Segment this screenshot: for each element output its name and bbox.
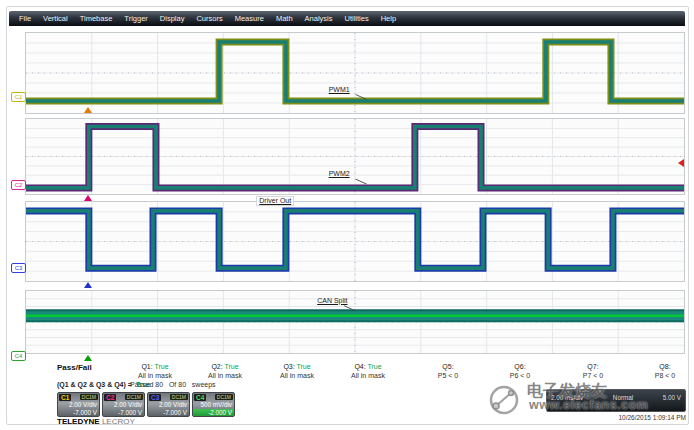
- trigger-level: 5.00 V: [663, 394, 681, 401]
- coupling-badge: DC1M: [170, 394, 188, 400]
- menu-timebase[interactable]: Timebase: [75, 14, 118, 23]
- volts-per-div: 500 mV/div: [193, 401, 234, 409]
- waveform-panel-pwm2[interactable]: PWM2: [25, 118, 685, 195]
- passfail-summary-label: (Q1 & Q2 & Q3 & Q4) =: [57, 381, 132, 388]
- channel-id-label: C2: [104, 394, 116, 401]
- trace-label-can_split: CAN Split: [317, 297, 347, 305]
- channel-indicator-c3[interactable]: C3: [11, 263, 26, 273]
- waveform-panel-pwm1[interactable]: PWM1: [25, 32, 685, 114]
- passfail-title: Pass/Fail: [57, 363, 92, 372]
- q-name: Q2:: [211, 363, 222, 370]
- q-desc: All in mask: [189, 372, 261, 381]
- oscilloscope-screen: FileVerticalTimebaseTriggerDisplayCursor…: [0, 0, 694, 430]
- channel-id-label: C3: [149, 394, 161, 401]
- coupling-badge: DC1M: [215, 394, 233, 400]
- brand-bold: TELEDYNE: [57, 417, 100, 426]
- menu-display[interactable]: Display: [155, 14, 190, 23]
- channel-box-c4[interactable]: C4DC1M500 mV/div-2.000 V: [192, 392, 235, 417]
- trigger-time-marker-1[interactable]: [84, 107, 92, 113]
- trigger-mode: Normal: [613, 394, 633, 401]
- channel-indicator-c4[interactable]: C4: [11, 351, 26, 361]
- passfail-sweeps: Passed 80 Of 80 sweeps: [130, 381, 216, 388]
- brand-light: LECROY: [100, 417, 135, 426]
- waveform-panel-driver_out[interactable]: Driver Out: [25, 201, 685, 282]
- passfail-q5[interactable]: Q5:P5 < 0: [412, 363, 484, 380]
- channel-id-label: C1: [59, 394, 71, 401]
- coupling-badge: DC1M: [80, 394, 98, 400]
- q-name: Q1:: [141, 363, 152, 370]
- q-desc: All in mask: [332, 372, 404, 381]
- trace-label-pwm2: PWM2: [329, 170, 350, 178]
- channel-offset: -2.000 V: [193, 409, 234, 417]
- q-name: Q7:: [587, 363, 598, 370]
- q-name: Q8:: [659, 363, 670, 370]
- passfail-q3[interactable]: Q3: TrueAll in mask: [261, 363, 333, 380]
- trigger-time-marker-2[interactable]: [84, 195, 92, 201]
- waveform-panel-can_split[interactable]: CAN Split: [25, 290, 685, 354]
- volts-per-div: 2.00 V/div: [103, 401, 144, 409]
- q-value: True: [295, 363, 311, 370]
- menu-trigger[interactable]: Trigger: [119, 14, 152, 23]
- menu-bar: FileVerticalTimebaseTriggerDisplayCursor…: [9, 11, 685, 26]
- q-desc: P7 < 0: [557, 372, 629, 381]
- trace-label-driver_out: Driver Out: [256, 196, 294, 206]
- brand-logo: TELEDYNE LECROY: [57, 417, 135, 426]
- q-name: Q5:: [442, 363, 453, 370]
- channel-box-c3[interactable]: C3DC1M2.00 V/div-7.000 V: [147, 392, 190, 417]
- passfail-q2[interactable]: Q2: TrueAll in mask: [189, 363, 261, 380]
- trace-label-pwm1: PWM1: [329, 86, 350, 94]
- q-desc: P6 < 0: [484, 372, 556, 381]
- q-desc: P8 < 0: [629, 372, 694, 381]
- q-name: Q4:: [354, 363, 365, 370]
- menu-utilities[interactable]: Utilities: [340, 14, 374, 23]
- q-name: Q3:: [283, 363, 294, 370]
- trigger-time-marker-3[interactable]: [84, 282, 92, 288]
- channel-box-c2[interactable]: C2DC1M2.00 V/div-7.000 V: [102, 392, 145, 417]
- timebase-tdiv: 2.00 ms/div: [551, 394, 583, 401]
- menu-analysis[interactable]: Analysis: [300, 14, 338, 23]
- timebase-box[interactable]: 2.00 ms/div Normal 5.00 V: [546, 389, 686, 412]
- passfail-q7[interactable]: Q7:P7 < 0: [557, 363, 629, 380]
- passfail-q1[interactable]: Q1: TrueAll in mask: [119, 363, 191, 380]
- menu-help[interactable]: Help: [376, 14, 401, 23]
- timestamp: 10/26/2015 1:09:14 PM: [618, 414, 686, 421]
- channel-indicator-c2[interactable]: C2: [11, 180, 26, 190]
- q-desc: All in mask: [261, 372, 333, 381]
- menu-file[interactable]: File: [14, 14, 36, 23]
- q-value: True: [366, 363, 382, 370]
- q-name: Q6:: [514, 363, 525, 370]
- trigger-time-marker-4[interactable]: [84, 355, 92, 361]
- volts-per-div: 2.00 V/div: [58, 401, 99, 409]
- menu-measure[interactable]: Measure: [230, 14, 269, 23]
- menu-vertical[interactable]: Vertical: [38, 14, 73, 23]
- passfail-q8[interactable]: Q8:P8 < 0: [629, 363, 694, 380]
- volts-per-div: 2.00 V/div: [148, 401, 189, 409]
- channel-indicator-c1[interactable]: C1: [11, 92, 26, 102]
- coupling-badge: DC1M: [125, 394, 143, 400]
- passfail-q4[interactable]: Q4: TrueAll in mask: [332, 363, 404, 380]
- menu-cursors[interactable]: Cursors: [191, 14, 227, 23]
- channel-offset: -7.000 V: [148, 409, 189, 417]
- q-value: True: [153, 363, 169, 370]
- passfail-q6[interactable]: Q6:P6 < 0: [484, 363, 556, 380]
- q-desc: P5 < 0: [412, 372, 484, 381]
- q-desc: All in mask: [119, 372, 191, 381]
- channel-box-c1[interactable]: C1DC1M2.00 V/div-7.000 V: [57, 392, 100, 417]
- channel-offset: -7.000 V: [58, 409, 99, 417]
- channel-id-label: C4: [194, 394, 206, 401]
- channel-offset: -7.000 V: [103, 409, 144, 417]
- trigger-level-marker[interactable]: [678, 159, 684, 167]
- q-value: True: [223, 363, 239, 370]
- menu-math[interactable]: Math: [271, 14, 298, 23]
